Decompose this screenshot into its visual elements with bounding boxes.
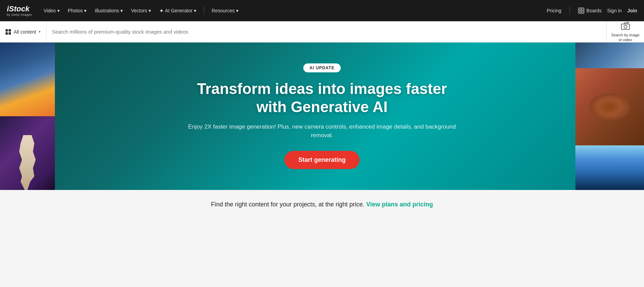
sign-in-button[interactable]: Sign in	[607, 8, 622, 13]
nav-right: Pricing Boards Sign in Join	[547, 7, 637, 15]
hero-section: AI UPDATE Transform ideas into images fa…	[0, 43, 644, 190]
statue-decoration	[14, 135, 41, 190]
hero-image-statue	[0, 116, 55, 190]
search-input[interactable]	[52, 29, 601, 35]
logo-main: iStock	[7, 5, 32, 13]
nav-right-divider	[570, 7, 570, 15]
search-input-wrap[interactable]	[46, 21, 606, 42]
boards-button[interactable]: Boards	[578, 8, 601, 14]
chevron-down-icon: ▾	[236, 8, 238, 13]
content-filter-label: All content	[14, 29, 36, 35]
chevron-down-icon: ▾	[149, 8, 151, 13]
chevron-down-icon: ▾	[84, 8, 86, 13]
chevron-down-icon: ▾	[57, 8, 60, 13]
nav-label-illustrations: Illustrations	[95, 8, 119, 13]
svg-rect-3	[582, 11, 583, 13]
chevron-down-icon: ▾	[194, 8, 196, 13]
eye-decoration	[589, 93, 630, 121]
bottom-strip: Find the right content for your projects…	[0, 190, 644, 219]
nav-item-video[interactable]: Video ▾	[40, 5, 63, 16]
bottom-text: Find the right content for your projects…	[211, 201, 364, 208]
hero-subtitle: Enjoy 2X faster image generation! Plus, …	[185, 122, 459, 140]
navbar: iStock by Getty Images Video ▾ Photos ▾ …	[0, 0, 644, 21]
chevron-down-icon: ▾	[39, 30, 40, 34]
nav-label-ai-generator: AI Generator	[165, 8, 192, 13]
nav-item-vectors[interactable]: Vectors ▾	[128, 5, 154, 16]
search-bar: All content ▾ Search by image or video	[0, 21, 644, 43]
search-by-image-button[interactable]: Search by image or video	[606, 21, 644, 42]
hero-image-eye	[575, 68, 644, 145]
join-button[interactable]: Join	[627, 8, 637, 13]
boards-label: Boards	[586, 8, 601, 13]
logo-sub: by Getty Images	[7, 13, 32, 16]
logo[interactable]: iStock by Getty Images	[7, 5, 32, 16]
nav-label-vectors: Vectors	[131, 8, 147, 13]
nav-label-resources: Resources	[212, 8, 235, 13]
hero-right-images	[575, 43, 644, 190]
nav-item-ai-generator[interactable]: ✦ AI Generator ▾	[156, 5, 200, 17]
nav-item-photos[interactable]: Photos ▾	[65, 5, 90, 16]
ai-star-icon: ✦	[159, 8, 164, 14]
svg-rect-0	[579, 9, 581, 10]
hero-title: Transform ideas into images faster with …	[185, 80, 459, 116]
nav-item-resources[interactable]: Resources ▾	[208, 5, 242, 16]
search-image-label: Search by image or video	[609, 33, 641, 42]
svg-point-5	[624, 25, 627, 28]
svg-rect-2	[579, 11, 581, 13]
nav-item-illustrations[interactable]: Illustrations ▾	[91, 5, 126, 16]
nav-label-video: Video	[44, 8, 56, 13]
ai-update-badge: AI UPDATE	[303, 63, 341, 72]
chevron-down-icon: ▾	[120, 8, 123, 13]
nav-links: Video ▾ Photos ▾ Illustrations ▾ Vectors…	[40, 5, 547, 17]
boards-icon	[578, 8, 584, 14]
nav-divider	[204, 7, 204, 15]
camera-upload-icon	[621, 21, 630, 32]
content-filter-button[interactable]: All content ▾	[0, 21, 46, 42]
view-plans-link[interactable]: View plans and pricing	[366, 201, 433, 208]
svg-rect-1	[582, 9, 583, 10]
hero-center: AI UPDATE Transform ideas into images fa…	[116, 63, 528, 169]
svg-rect-4	[621, 24, 630, 29]
hero-image-castle	[575, 145, 644, 190]
hero-left-images	[0, 43, 55, 190]
nav-label-photos: Photos	[68, 8, 83, 13]
start-generating-button[interactable]: Start generating	[284, 151, 359, 169]
hero-image-landscape	[0, 43, 55, 116]
hero-image-abstract-top	[575, 43, 644, 68]
pricing-link[interactable]: Pricing	[547, 8, 561, 13]
grid-icon	[5, 29, 11, 35]
